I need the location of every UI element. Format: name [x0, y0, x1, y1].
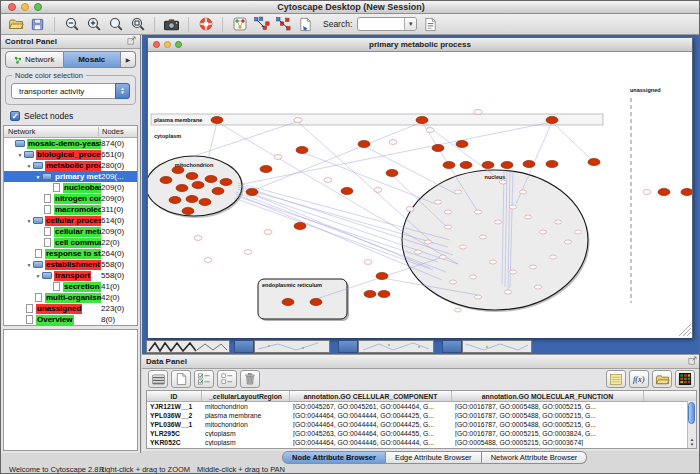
minimized-window-titlebar[interactable]: [442, 340, 462, 353]
tab-network-attribute-browser[interactable]: Network Attribute Browser: [482, 451, 588, 464]
tree-header[interactable]: Network Nodes: [4, 126, 137, 138]
column-header[interactable]: annotation.GO CELLULAR_COMPONENT: [290, 391, 452, 401]
network-window-titlebar[interactable]: primary metabolic process: [148, 38, 692, 52]
table-row[interactable]: YPL036W__1mitochondrion[GO:0044464, GO:0…: [147, 420, 696, 429]
first-neighbors-button[interactable]: [253, 16, 270, 33]
tree-row-response-to-stimulu[interactable]: response to stimulu264(0): [4, 248, 137, 259]
expander-icon[interactable]: ▼: [25, 218, 33, 224]
network-view-window[interactable]: primary metabolic process plasma membran…: [147, 37, 693, 338]
select-all-attributes-button[interactable]: [194, 370, 214, 388]
zoom-in-button[interactable]: [85, 16, 102, 33]
expander-icon[interactable]: ▼: [25, 262, 33, 268]
zoom-out-icon: [64, 16, 80, 32]
tree-row-biological-process[interactable]: ▼biological_process651(0): [4, 149, 137, 160]
column-network[interactable]: Network: [4, 127, 99, 136]
tree-row-overview[interactable]: Overview8(0): [4, 314, 137, 325]
expander-icon[interactable]: ▼: [34, 273, 42, 279]
column-header[interactable]: annotation.GO MOLECULAR_FUNCTION: [452, 391, 644, 401]
network-name: cellular metabol: [54, 227, 101, 237]
birds-eye-view[interactable]: [3, 329, 138, 451]
minimized-window-thumbnail[interactable]: [146, 340, 230, 353]
tab-network[interactable]: Network: [5, 51, 64, 68]
search-options-button[interactable]: [422, 16, 439, 33]
annotation-button[interactable]: [297, 16, 314, 33]
tree-row-transport[interactable]: ▼transport558(0): [4, 270, 137, 281]
select-attributes-button[interactable]: [148, 370, 168, 388]
network-name: metabolic process: [45, 161, 101, 171]
tree-row-primary-metabo[interactable]: ▼primary metabo209(...: [4, 171, 137, 182]
expand-network-button[interactable]: [275, 16, 292, 33]
expander-icon[interactable]: ▼: [16, 152, 24, 158]
zoom-selected-button[interactable]: [107, 16, 124, 33]
tab-node-attribute-browser[interactable]: Node Attribute Browser: [282, 451, 386, 464]
expander-icon[interactable]: ▼: [25, 163, 33, 169]
minimized-window-thumbnail[interactable]: [254, 340, 330, 353]
float-panel-icon[interactable]: [688, 356, 697, 367]
window-titlebar[interactable]: Cytoscape Desktop (New Session): [1, 1, 700, 14]
gene-node: [475, 295, 482, 299]
node-color-combobox[interactable]: transporter activity ▲▼: [11, 83, 130, 99]
tree-row-cell-communicat[interactable]: cell communicat22(0): [4, 237, 137, 248]
delete-attribute-button[interactable]: [240, 370, 260, 388]
minimized-window-titlebar[interactable]: [234, 340, 254, 353]
folder-icon: [33, 217, 43, 224]
tree-row-cellular-metabol[interactable]: cellular metabol209(0): [4, 226, 137, 237]
save-session-button[interactable]: [29, 16, 46, 33]
table-row[interactable]: YJR121W__1mitochondrion[GO:0045267, GO:0…: [147, 402, 696, 411]
selected-gene-node: [658, 188, 670, 195]
minimized-window-thumbnail[interactable]: [358, 340, 434, 353]
heatmap-button[interactable]: [675, 370, 695, 388]
table-row[interactable]: YKR052Ccytoplasm[GO:0044464, GO:0044446,…: [147, 438, 696, 447]
select-nodes-checkbox[interactable]: ✓: [10, 111, 20, 121]
tab-mosaic[interactable]: Mosaic: [64, 51, 122, 68]
tree-row-secretion[interactable]: secretion41(0): [4, 281, 137, 292]
notes-button[interactable]: [606, 370, 626, 388]
gene-node: [440, 255, 447, 259]
vizmapper-button[interactable]: [231, 16, 248, 33]
column-header[interactable]: _cellularLayoutRegion: [202, 391, 290, 401]
search-dropdown-icon[interactable]: ▾: [404, 18, 416, 30]
table-row[interactable]: YDR039C__1mitochondrion[GO:0044464, GO:0…: [147, 447, 696, 449]
expander-icon[interactable]: ▼: [34, 174, 42, 180]
tree-row-macromolecule[interactable]: macromolecule311(0): [4, 204, 137, 215]
attribute-table-header[interactable]: ID_cellularLayoutRegionannotation.GO CEL…: [147, 391, 696, 402]
formula-builder-button[interactable]: f(x): [629, 370, 649, 388]
scrollbar-thumb[interactable]: [688, 402, 695, 424]
snapshot-button[interactable]: [163, 16, 180, 33]
network-canvas[interactable]: plasma membranecytoplasmmitochondrionnuc…: [148, 52, 692, 338]
minimized-window-thumbnail[interactable]: [462, 340, 532, 353]
search-input[interactable]: ▾: [357, 17, 417, 31]
tab-edge-attribute-browser[interactable]: Edge Attribute Browser: [386, 451, 482, 464]
combobox-stepper-icon[interactable]: ▲▼: [115, 83, 130, 99]
tree-row-nitrogen-compo[interactable]: nitrogen compo209(0): [4, 193, 137, 204]
table-cell: mitochondrion: [202, 421, 290, 428]
tree-row-metabolic-process[interactable]: ▼metabolic process280(0): [4, 160, 137, 171]
minimized-window-titlebar[interactable]: [338, 340, 358, 353]
tree-row-establishment-of-lo[interactable]: ▼establishment of lo558(0): [4, 259, 137, 270]
column-header[interactable]: ID: [147, 391, 202, 401]
attribute-matrix-icon: [151, 373, 166, 386]
new-attribute-button[interactable]: [171, 370, 191, 388]
node-count: 209(...: [101, 172, 141, 181]
help-button[interactable]: [197, 16, 214, 33]
import-attributes-button[interactable]: [652, 370, 672, 388]
tree-row-mosaic-demo-yeast[interactable]: mosaic-demo-yeast874(0): [4, 138, 137, 149]
float-panel-icon[interactable]: [127, 36, 136, 47]
tree-row-nucleobase-[interactable]: nucleobase-209(0): [4, 182, 137, 193]
open-session-button[interactable]: [7, 16, 24, 33]
folder-icon: [33, 261, 43, 268]
selected-gene-node: [212, 187, 224, 194]
tree-row-unassigned[interactable]: unassigned223(0): [4, 303, 137, 314]
table-row[interactable]: YPL036W__2plasma membrane[GO:0044464, GO…: [147, 411, 696, 420]
zoom-out-button[interactable]: [63, 16, 80, 33]
scrollbar-arrows[interactable]: ▲▼: [688, 437, 696, 447]
tab-overflow-button[interactable]: ▶: [121, 51, 136, 68]
tree-row-multi-organism-pro[interactable]: multi-organism pro42(0): [4, 292, 137, 303]
tree-row-cellular-process[interactable]: ▼cellular process614(0): [4, 215, 137, 226]
unselect-all-attributes-button[interactable]: [217, 370, 237, 388]
column-nodes[interactable]: Nodes: [99, 127, 124, 136]
table-scrollbar[interactable]: ▲▼: [687, 401, 696, 448]
zoom-fit-button[interactable]: [129, 16, 146, 33]
table-row[interactable]: YLR295Ccytoplasm[GO:0045263, GO:0044464,…: [147, 429, 696, 438]
toolbar-separator: [154, 17, 155, 32]
